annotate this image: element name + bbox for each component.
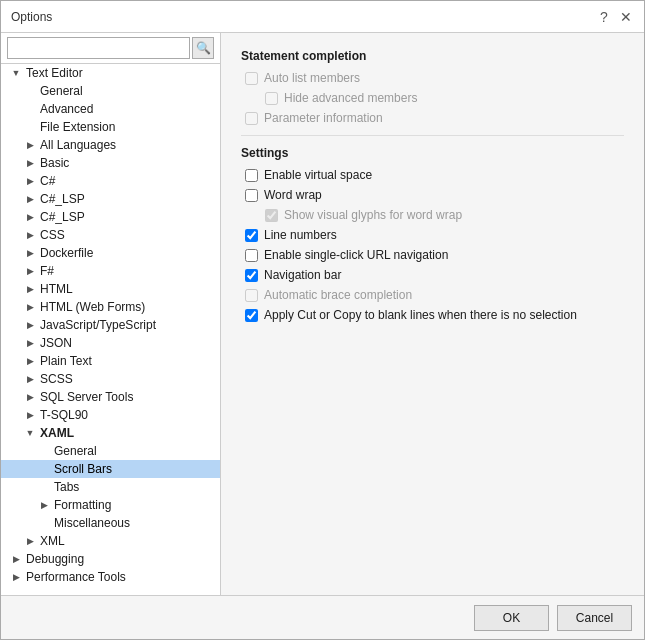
- tree-item-xaml[interactable]: ▼XAML: [1, 424, 220, 442]
- tree-item-c-lsp[interactable]: ▶C#_LSP: [1, 190, 220, 208]
- tree-arrow-c-sharp: ▶: [23, 176, 37, 186]
- tree-label-general: General: [40, 84, 83, 98]
- tree-item-html[interactable]: ▶HTML: [1, 280, 220, 298]
- virtual-space-checkbox[interactable]: [245, 169, 258, 182]
- options-dialog: Options ? ✕ 🔍 ▼Text EditorGeneralAdvance…: [0, 0, 645, 640]
- option-hide-advanced: Hide advanced members: [241, 91, 624, 105]
- hide-advanced-checkbox[interactable]: [265, 92, 278, 105]
- tree-item-dockerfile[interactable]: ▶Dockerfile: [1, 244, 220, 262]
- visual-glyphs-checkbox[interactable]: [265, 209, 278, 222]
- auto-list-checkbox[interactable]: [245, 72, 258, 85]
- tree-item-advanced[interactable]: Advanced: [1, 100, 220, 118]
- tree-arrow-c-lsp2: ▶: [23, 212, 37, 222]
- tree-arrow-xml: ▶: [23, 536, 37, 546]
- nav-bar-checkbox[interactable]: [245, 269, 258, 282]
- tree-label-json: JSON: [40, 336, 72, 350]
- option-single-click-url: Enable single-click URL navigation: [241, 248, 624, 262]
- tree-item-xml[interactable]: ▶XML: [1, 532, 220, 550]
- tree-arrow-basic: ▶: [23, 158, 37, 168]
- statement-completion-title: Statement completion: [241, 49, 624, 63]
- tree-label-xaml-tabs: Tabs: [54, 480, 79, 494]
- single-click-url-label: Enable single-click URL navigation: [264, 248, 448, 262]
- ok-button[interactable]: OK: [474, 605, 549, 631]
- parameter-info-checkbox[interactable]: [245, 112, 258, 125]
- dialog-title: Options: [11, 10, 52, 24]
- tree-item-xaml-tabs[interactable]: Tabs: [1, 478, 220, 496]
- tree-item-html-webforms[interactable]: ▶HTML (Web Forms): [1, 298, 220, 316]
- nav-bar-label: Navigation bar: [264, 268, 341, 282]
- option-auto-brace: Automatic brace completion: [241, 288, 624, 302]
- virtual-space-label: Enable virtual space: [264, 168, 372, 182]
- auto-list-label: Auto list members: [264, 71, 360, 85]
- tree-item-css[interactable]: ▶CSS: [1, 226, 220, 244]
- search-button[interactable]: 🔍: [192, 37, 214, 59]
- tree-arrow-all-languages: ▶: [23, 140, 37, 150]
- word-wrap-checkbox[interactable]: [245, 189, 258, 202]
- tree-item-performance-tools[interactable]: ▶Performance Tools: [1, 568, 220, 586]
- tree-label-c-lsp2: C#_LSP: [40, 210, 85, 224]
- line-numbers-label: Line numbers: [264, 228, 337, 242]
- tree-label-xaml: XAML: [40, 426, 74, 440]
- tree: ▼Text EditorGeneralAdvancedFile Extensio…: [1, 64, 220, 595]
- tree-label-text-editor: Text Editor: [26, 66, 83, 80]
- tree-label-xaml-general: General: [54, 444, 97, 458]
- tree-arrow-xaml-formatting: ▶: [37, 500, 51, 510]
- tree-arrow-scss: ▶: [23, 374, 37, 384]
- tree-item-xaml-formatting[interactable]: ▶Formatting: [1, 496, 220, 514]
- tree-arrow-dockerfile: ▶: [23, 248, 37, 258]
- tree-item-json[interactable]: ▶JSON: [1, 334, 220, 352]
- tree-item-javascript-typescript[interactable]: ▶JavaScript/TypeScript: [1, 316, 220, 334]
- hide-advanced-label: Hide advanced members: [284, 91, 417, 105]
- auto-brace-checkbox[interactable]: [245, 289, 258, 302]
- tree-label-xaml-scrollbars: Scroll Bars: [54, 462, 112, 476]
- option-word-wrap: Word wrap: [241, 188, 624, 202]
- option-line-numbers: Line numbers: [241, 228, 624, 242]
- tree-item-all-languages[interactable]: ▶All Languages: [1, 136, 220, 154]
- cut-copy-checkbox[interactable]: [245, 309, 258, 322]
- tree-item-debugging[interactable]: ▶Debugging: [1, 550, 220, 568]
- search-icon: 🔍: [196, 41, 211, 55]
- tree-item-basic[interactable]: ▶Basic: [1, 154, 220, 172]
- tree-arrow-debugging: ▶: [9, 554, 23, 564]
- title-bar: Options ? ✕: [1, 1, 644, 33]
- cancel-button[interactable]: Cancel: [557, 605, 632, 631]
- tree-item-fsharp[interactable]: ▶F#: [1, 262, 220, 280]
- tree-item-plain-text[interactable]: ▶Plain Text: [1, 352, 220, 370]
- tree-label-advanced: Advanced: [40, 102, 93, 116]
- tree-item-file-extension[interactable]: File Extension: [1, 118, 220, 136]
- tree-label-xml: XML: [40, 534, 65, 548]
- search-input[interactable]: [7, 37, 190, 59]
- tree-item-xaml-scrollbars[interactable]: Scroll Bars: [1, 460, 220, 478]
- tree-label-xaml-formatting: Formatting: [54, 498, 111, 512]
- tree-label-dockerfile: Dockerfile: [40, 246, 93, 260]
- tree-item-sql-server-tools[interactable]: ▶SQL Server Tools: [1, 388, 220, 406]
- line-numbers-checkbox[interactable]: [245, 229, 258, 242]
- tree-item-c-lsp2[interactable]: ▶C#_LSP: [1, 208, 220, 226]
- tree-arrow-text-editor: ▼: [9, 68, 23, 78]
- word-wrap-label: Word wrap: [264, 188, 322, 202]
- tree-item-xaml-miscellaneous[interactable]: Miscellaneous: [1, 514, 220, 532]
- tree-item-xaml-general[interactable]: General: [1, 442, 220, 460]
- tree-label-javascript-typescript: JavaScript/TypeScript: [40, 318, 156, 332]
- tree-arrow-sql-server-tools: ▶: [23, 392, 37, 402]
- tree-arrow-javascript-typescript: ▶: [23, 320, 37, 330]
- tree-label-plain-text: Plain Text: [40, 354, 92, 368]
- tree-arrow-plain-text: ▶: [23, 356, 37, 366]
- dialog-body: 🔍 ▼Text EditorGeneralAdvancedFile Extens…: [1, 33, 644, 595]
- tree-item-general[interactable]: General: [1, 82, 220, 100]
- single-click-url-checkbox[interactable]: [245, 249, 258, 262]
- tree-item-c-sharp[interactable]: ▶C#: [1, 172, 220, 190]
- tree-item-scss[interactable]: ▶SCSS: [1, 370, 220, 388]
- tree-label-t-sql90: T-SQL90: [40, 408, 88, 422]
- close-button[interactable]: ✕: [618, 9, 634, 25]
- tree-label-all-languages: All Languages: [40, 138, 116, 152]
- tree-item-text-editor[interactable]: ▼Text Editor: [1, 64, 220, 82]
- auto-brace-label: Automatic brace completion: [264, 288, 412, 302]
- help-button[interactable]: ?: [596, 9, 612, 25]
- tree-arrow-html: ▶: [23, 284, 37, 294]
- tree-arrow-json: ▶: [23, 338, 37, 348]
- right-panel: Statement completion Auto list members H…: [221, 33, 644, 595]
- tree-label-scss: SCSS: [40, 372, 73, 386]
- search-box: 🔍: [1, 33, 220, 64]
- tree-item-t-sql90[interactable]: ▶T-SQL90: [1, 406, 220, 424]
